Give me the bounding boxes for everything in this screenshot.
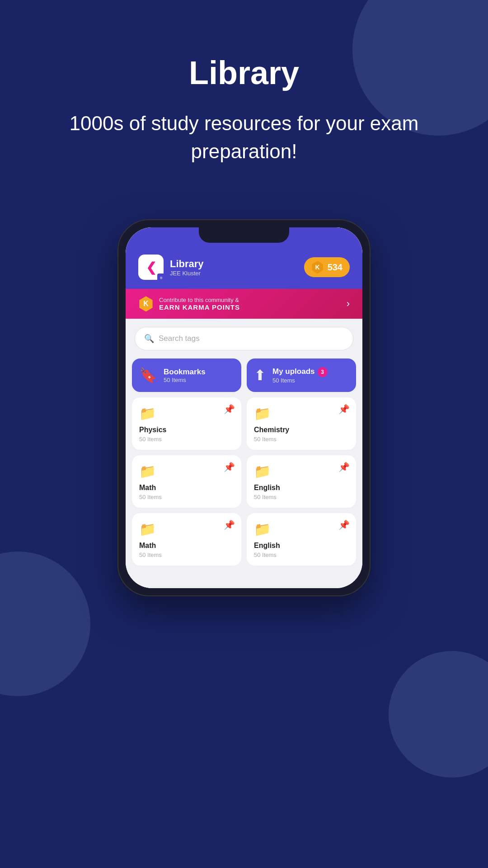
math-name-2: Math <box>139 542 234 550</box>
phone-mockup: ❮ ≡ Library JEE Kluster <box>0 219 488 596</box>
folder-icon-physics: 📁 <box>139 406 234 421</box>
karma-number: 534 <box>328 262 343 273</box>
folder-icon-math-2: 📁 <box>139 521 234 537</box>
phone-notch <box>199 227 289 243</box>
title-area: Library JEE Kluster <box>170 258 204 277</box>
uploads-count: 50 Items <box>272 377 328 384</box>
physics-card[interactable]: 📌 📁 Physics 50 Items <box>132 397 241 450</box>
folder-icon-math-1: 📁 <box>139 463 234 479</box>
search-placeholder: Search tags <box>159 334 200 343</box>
english-count-2: 50 Items <box>254 552 349 558</box>
bookmarks-card[interactable]: 🔖 Bookmarks 50 Items <box>132 359 241 392</box>
uploads-icon: ⬆ <box>254 367 266 384</box>
folder-icon-english-1: 📁 <box>254 463 349 479</box>
folder-icon-english-2: 📁 <box>254 521 349 537</box>
pin-icon-math-1[interactable]: 📌 <box>224 462 235 472</box>
phone-inner: ❮ ≡ Library JEE Kluster <box>126 227 362 588</box>
chemistry-name: Chemistry <box>254 426 349 434</box>
search-bar[interactable]: 🔍 Search tags <box>135 327 353 350</box>
phone-outer: ❮ ≡ Library JEE Kluster <box>117 219 371 596</box>
english-count-1: 50 Items <box>254 494 349 500</box>
app-title: Library <box>170 258 204 270</box>
karma-k-icon: K <box>311 261 324 274</box>
search-area: 🔍 Search tags <box>126 319 362 359</box>
menu-icon: ≡ <box>160 275 163 280</box>
karma-badge[interactable]: K 534 <box>304 257 350 277</box>
uploads-info: My uploads3 50 Items <box>272 367 328 384</box>
bookmarks-count: 50 Items <box>164 377 206 383</box>
earn-karma-text: EARN KARMA POINTS <box>159 303 240 311</box>
logo-area: ❮ ≡ Library JEE Kluster <box>138 255 204 280</box>
english-name-2: English <box>254 542 349 550</box>
chemistry-card[interactable]: 📌 📁 Chemistry 50 Items <box>247 397 356 450</box>
folder-icon-chemistry: 📁 <box>254 406 349 421</box>
physics-name: Physics <box>139 426 234 434</box>
math-count-2: 50 Items <box>139 552 234 558</box>
pin-icon-math-2[interactable]: 📌 <box>224 519 235 530</box>
page-title: Library <box>36 54 452 91</box>
math-name-1: Math <box>139 484 234 492</box>
logo-chevron-icon: ❮ <box>146 260 156 275</box>
earn-arrow-icon: › <box>347 298 350 310</box>
earn-banner[interactable]: K Contribute to this community & EARN KA… <box>126 289 362 319</box>
contribute-text: Contribute to this community & <box>159 297 240 303</box>
math-count-1: 50 Items <box>139 494 234 500</box>
pin-icon-chemistry[interactable]: 📌 <box>338 404 350 415</box>
my-uploads-card[interactable]: ⬆ My uploads3 50 Items <box>247 359 356 392</box>
bookmarks-info: Bookmarks 50 Items <box>164 368 206 383</box>
bg-circle-bottom-right <box>389 651 488 778</box>
earn-banner-left: K Contribute to this community & EARN KA… <box>138 296 240 311</box>
uploads-badge: 3 <box>318 367 328 377</box>
bookmarks-label: Bookmarks <box>164 368 206 377</box>
bookmarks-icon: 🔖 <box>139 367 157 384</box>
earn-k-icon: K <box>138 296 154 311</box>
search-icon: 🔍 <box>144 334 154 344</box>
math-card-2[interactable]: 📌 📁 Math 50 Items <box>132 513 241 566</box>
hero-subtitle: 1000s of study resources for your exam p… <box>36 109 452 165</box>
pin-icon-english-1[interactable]: 📌 <box>338 462 350 472</box>
english-name-1: English <box>254 484 349 492</box>
subjects-grid: 📌 📁 Physics 50 Items 📌 📁 Chemistry 50 It… <box>132 397 356 566</box>
physics-count: 50 Items <box>139 436 234 443</box>
math-card-1[interactable]: 📌 📁 Math 50 Items <box>132 455 241 508</box>
pin-icon-english-2[interactable]: 📌 <box>338 519 350 530</box>
hero-section: Library 1000s of study resources for you… <box>0 0 488 201</box>
english-card-1[interactable]: 📌 📁 English 50 Items <box>247 455 356 508</box>
uploads-label: My uploads3 <box>272 367 328 377</box>
app-logo: ❮ ≡ <box>138 255 164 280</box>
pin-icon-physics[interactable]: 📌 <box>224 404 235 415</box>
earn-text: Contribute to this community & EARN KARM… <box>159 297 240 311</box>
quick-cards-row: 🔖 Bookmarks 50 Items ⬆ My uploads3 <box>132 359 356 392</box>
grid-area: 🔖 Bookmarks 50 Items ⬆ My uploads3 <box>126 359 362 575</box>
app-subtitle: JEE Kluster <box>170 270 204 277</box>
bottom-padding <box>126 575 362 588</box>
logo-badge: ≡ <box>157 274 165 282</box>
english-card-2[interactable]: 📌 📁 English 50 Items <box>247 513 356 566</box>
app-content: ❮ ≡ Library JEE Kluster <box>126 227 362 588</box>
header-top: ❮ ≡ Library JEE Kluster <box>138 255 350 280</box>
chemistry-count: 50 Items <box>254 436 349 443</box>
karma-letter: K <box>315 264 320 271</box>
